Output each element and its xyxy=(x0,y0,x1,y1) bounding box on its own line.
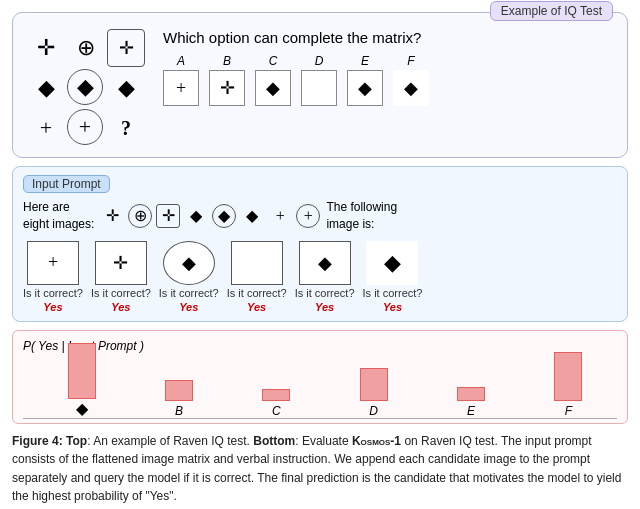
candidate-b-yes: Yes xyxy=(111,301,130,313)
bar-e xyxy=(457,387,485,401)
caption-bottom-text: : Evaluate xyxy=(295,434,352,448)
caption-bottom-label: Bottom xyxy=(253,434,295,448)
iq-options-row: A + B ✛ C ◆ D E ◆ xyxy=(163,54,613,106)
candidate-e: ◆ Is it correct? Yes xyxy=(295,241,355,313)
img-sym-8: + xyxy=(296,204,320,228)
iq-option-b-box: ✛ xyxy=(209,70,245,106)
img-sym-5: ◆ xyxy=(212,204,236,228)
matrix-cell-r2c2: ◆ xyxy=(67,69,103,105)
iq-panel: Example of IQ Test ✛ ⊕ ✛ ◆ ◆ ◆ + + ? Whi… xyxy=(12,12,628,158)
iq-option-b-label: B xyxy=(223,54,231,68)
matrix-cell-r1c1: ✛ xyxy=(27,29,65,67)
matrix-cell-r1c2: ⊕ xyxy=(67,29,105,67)
img-sym-4: ◆ xyxy=(184,204,208,228)
matrix-cell-r2c3: ◆ xyxy=(107,69,145,107)
candidate-c-yes: Yes xyxy=(179,301,198,313)
iq-option-f-box: ◆ xyxy=(393,70,429,106)
matrix-cell-r3c3: ? xyxy=(107,109,145,147)
caption-top-label: Top xyxy=(66,434,87,448)
prompt-badge: Input Prompt xyxy=(23,175,110,193)
matrix-cell-r3c2: + xyxy=(67,109,103,145)
img-sym-6: ◆ xyxy=(240,204,264,228)
matrix-cell-r2c1: ◆ xyxy=(27,69,65,107)
candidate-a-yes: Yes xyxy=(43,301,62,313)
bar-c xyxy=(262,389,290,401)
candidate-f-yes: Yes xyxy=(383,301,402,313)
iq-option-e-box: ◆ xyxy=(347,70,383,106)
candidate-d: Is it correct? Yes xyxy=(227,241,287,313)
caption-top-text: : An example of Raven IQ test. xyxy=(87,434,253,448)
iq-option-c: C ◆ xyxy=(255,54,291,106)
img-sym-7: + xyxy=(268,204,292,228)
candidate-a-box: + xyxy=(27,241,79,285)
candidate-c-box: ◆ xyxy=(163,241,215,285)
eight-images: ✛ ⊕ ✛ ◆ ◆ ◆ + + xyxy=(100,204,320,228)
bar-group-f: F xyxy=(520,352,617,418)
iq-option-f-label: F xyxy=(407,54,414,68)
bar-b xyxy=(165,380,193,401)
iq-option-c-label: C xyxy=(269,54,278,68)
chart-panel: P( Yes | Input Prompt ) ◆BCDEF xyxy=(12,330,628,424)
candidate-d-label: Is it correct? xyxy=(227,287,287,299)
matrix-cell-r1c3: ✛ xyxy=(107,29,145,67)
candidate-f-label: Is it correct? xyxy=(363,287,423,299)
candidate-f-box: ◆ xyxy=(366,241,418,285)
iq-option-d-label: D xyxy=(315,54,324,68)
candidate-c-label: Is it correct? xyxy=(159,287,219,299)
prompt-left-text: Here areeight images: xyxy=(23,199,94,233)
prompt-right-text: The followingimage is: xyxy=(326,199,397,233)
candidate-e-yes: Yes xyxy=(315,301,334,313)
bar-a xyxy=(68,343,96,399)
candidate-c: ◆ Is it correct? Yes xyxy=(159,241,219,313)
iq-option-a-box: + xyxy=(163,70,199,106)
iq-option-c-box: ◆ xyxy=(255,70,291,106)
iq-option-e-label: E xyxy=(361,54,369,68)
figure-caption: Figure 4: Top: An example of Raven IQ te… xyxy=(12,432,628,506)
bar-xlabel-c: C xyxy=(272,404,281,418)
bar-d xyxy=(360,368,388,401)
bar-group-e: E xyxy=(422,387,519,418)
img-sym-2: ⊕ xyxy=(128,204,152,228)
bar-xlabel-a: ◆ xyxy=(76,399,88,418)
bar-group-a: ◆ xyxy=(33,343,130,418)
candidate-b-label: Is it correct? xyxy=(91,287,151,299)
bar-group-d: D xyxy=(325,368,422,418)
caption-fig-label: Figure 4: xyxy=(12,434,63,448)
candidate-b: ✛ Is it correct? Yes xyxy=(91,241,151,313)
iq-option-a: A + xyxy=(163,54,199,106)
candidate-e-box: ◆ xyxy=(299,241,351,285)
prompt-panel: Input Prompt Here areeight images: ✛ ⊕ ✛… xyxy=(12,166,628,322)
iq-option-a-label: A xyxy=(177,54,185,68)
bar-group-b: B xyxy=(130,380,227,418)
candidate-b-box: ✛ xyxy=(95,241,147,285)
bar-f xyxy=(554,352,582,401)
iq-option-d: D xyxy=(301,54,337,106)
candidate-d-yes: Yes xyxy=(247,301,266,313)
bar-xlabel-e: E xyxy=(467,404,475,418)
iq-option-f: F ◆ xyxy=(393,54,429,106)
candidate-a-label: Is it correct? xyxy=(23,287,83,299)
bar-xlabel-f: F xyxy=(565,404,572,418)
bar-group-c: C xyxy=(228,389,325,418)
candidates-row: + Is it correct? Yes ✛ Is it correct? Ye… xyxy=(23,241,617,313)
img-sym-3: ✛ xyxy=(156,204,180,228)
matrix-cell-r3c1: + xyxy=(27,109,65,147)
iq-option-d-box xyxy=(301,70,337,106)
iq-option-b: B ✛ xyxy=(209,54,245,106)
iq-question-area: Which option can complete the matrix? A … xyxy=(163,23,613,106)
candidate-f: ◆ Is it correct? Yes xyxy=(363,241,423,313)
caption-kosmos: Kosmos-1 xyxy=(352,434,401,448)
iq-top-row: ✛ ⊕ ✛ ◆ ◆ ◆ + + ? Which option can compl… xyxy=(27,23,613,147)
iq-matrix: ✛ ⊕ ✛ ◆ ◆ ◆ + + ? xyxy=(27,29,145,147)
bar-xlabel-b: B xyxy=(175,404,183,418)
prompt-images-row: Here areeight images: ✛ ⊕ ✛ ◆ ◆ ◆ + + Th… xyxy=(23,199,617,233)
iq-question-text: Which option can complete the matrix? xyxy=(163,29,613,46)
chart-area: ◆BCDEF xyxy=(23,359,617,419)
candidate-a: + Is it correct? Yes xyxy=(23,241,83,313)
iq-option-e: E ◆ xyxy=(347,54,383,106)
img-sym-1: ✛ xyxy=(100,204,124,228)
candidate-e-label: Is it correct? xyxy=(295,287,355,299)
bar-xlabel-d: D xyxy=(369,404,378,418)
iq-badge: Example of IQ Test xyxy=(490,1,613,21)
candidate-d-box xyxy=(231,241,283,285)
